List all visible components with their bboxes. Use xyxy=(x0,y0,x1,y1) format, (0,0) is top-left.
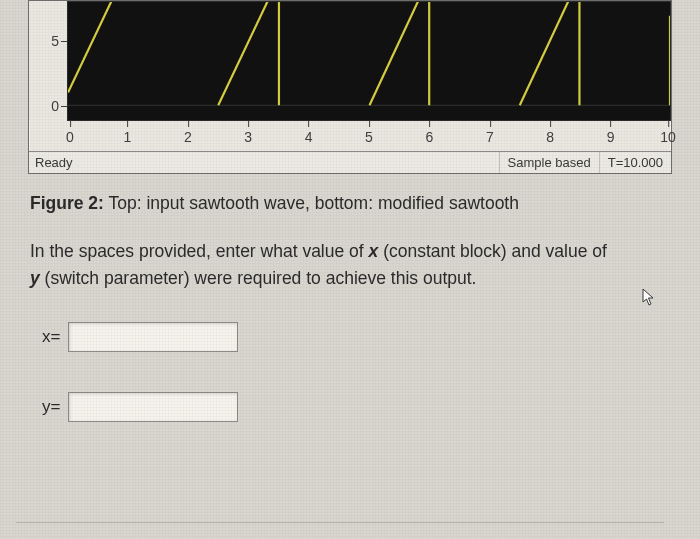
status-bar: Ready Sample based T=10.000 xyxy=(29,151,671,173)
svg-line-6 xyxy=(520,2,580,105)
var-x: x xyxy=(369,241,379,261)
series-modified-sawtooth xyxy=(68,2,670,105)
status-time: T=10.000 xyxy=(600,152,671,173)
prompt-part-3: (switch parameter) were required to achi… xyxy=(40,268,477,288)
answer-fields: x= y= xyxy=(42,322,672,422)
x-tick-6: 6 xyxy=(425,129,433,145)
field-row-x: x= xyxy=(42,322,672,352)
x-tick-8: 8 xyxy=(546,129,554,145)
figure-label: Figure 2: xyxy=(30,193,104,213)
svg-line-1 xyxy=(68,2,123,92)
x-tick-3: 3 xyxy=(244,129,252,145)
y-input[interactable] xyxy=(68,392,238,422)
chart-svg xyxy=(68,2,670,120)
prompt-part-1: In the spaces provided, enter what value… xyxy=(30,241,369,261)
x-tick-10: 10 xyxy=(660,129,676,145)
x-tick-7: 7 xyxy=(486,129,494,145)
figure-caption: Figure 2: Top: input sawtooth wave, bott… xyxy=(30,192,670,216)
x-tick-0: 0 xyxy=(66,129,74,145)
field-row-y: y= xyxy=(42,392,672,422)
x-tick-5: 5 xyxy=(365,129,373,145)
prompt-part-2: (constant block) and value of xyxy=(378,241,607,261)
x-label: x= xyxy=(42,327,60,347)
status-ready: Ready xyxy=(29,152,500,173)
y-axis: 5 0 xyxy=(29,1,67,121)
y-tick-5: 5 xyxy=(51,33,59,49)
x-input[interactable] xyxy=(68,322,238,352)
status-mode: Sample based xyxy=(500,152,600,173)
question-prompt: In the spaces provided, enter what value… xyxy=(30,238,670,292)
y-label: y= xyxy=(42,397,60,417)
divider xyxy=(16,522,664,523)
figure-caption-text: Top: input sawtooth wave, bottom: modifi… xyxy=(104,193,519,213)
svg-line-4 xyxy=(369,2,429,105)
x-tick-1: 1 xyxy=(123,129,131,145)
x-tick-9: 9 xyxy=(607,129,615,145)
x-tick-4: 4 xyxy=(305,129,313,145)
x-tick-2: 2 xyxy=(184,129,192,145)
plot-area xyxy=(67,1,671,121)
y-tick-0: 0 xyxy=(51,98,59,114)
x-axis: 0 1 2 3 4 5 6 7 8 9 10 xyxy=(67,121,671,151)
chart-panel: 5 0 xyxy=(28,0,672,174)
var-y: y xyxy=(30,268,40,288)
svg-line-2 xyxy=(218,2,279,105)
